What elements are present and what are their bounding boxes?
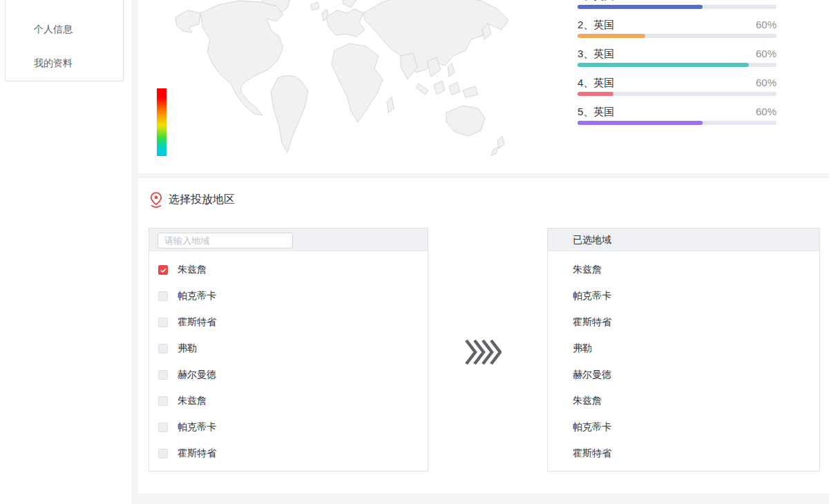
selected-region-panel: 已选地域 朱兹詹 帕克蒂卡 霍斯特省 弗勒 赫尔曼德 朱兹詹 帕克蒂卡 霍斯特省 xyxy=(547,228,820,472)
location-pin-icon xyxy=(150,191,162,209)
region-option-label: 霍斯特省 xyxy=(178,316,216,329)
selected-region-row: 霍斯特省 xyxy=(548,440,819,467)
region-option-label: 霍斯特省 xyxy=(178,447,216,460)
selected-region-label: 朱兹詹 xyxy=(573,395,602,407)
ranking-percent: 60% xyxy=(756,106,776,118)
region-option-label: 帕克蒂卡 xyxy=(178,421,216,434)
selected-region-row: 朱兹詹 xyxy=(548,388,819,414)
region-checkbox[interactable] xyxy=(158,423,168,432)
ranking-percent: 60% xyxy=(756,0,776,2)
region-checkbox[interactable] xyxy=(158,449,168,458)
ranking-bar-fill xyxy=(578,34,645,38)
region-option-row[interactable]: 霍斯特省 xyxy=(149,309,428,336)
ranking-label: 3、英国 xyxy=(578,48,614,60)
sidebar-item-label: 我的资料 xyxy=(34,57,73,68)
ranking-bar-track xyxy=(578,92,776,96)
ranking-label: 4、英国 xyxy=(578,77,614,89)
ranking-bar-track xyxy=(578,5,776,9)
region-checkbox[interactable] xyxy=(158,370,168,380)
ranking-percent: 60% xyxy=(756,48,776,60)
region-option-row[interactable]: 朱兹詹 xyxy=(149,388,428,414)
region-option-row[interactable]: 霍斯特省 xyxy=(149,440,428,467)
map-heat-legend xyxy=(157,88,166,156)
source-region-panel: 朱兹詹 帕克蒂卡 霍斯特省 弗勒 赫尔曼德 xyxy=(149,228,428,472)
selected-region-row: 朱兹詹 xyxy=(548,257,819,283)
ranking-bar-fill xyxy=(578,5,703,9)
region-search-input[interactable] xyxy=(158,233,293,249)
ranking-bar-fill xyxy=(578,121,703,125)
sidebar-item-label: 个人信息 xyxy=(34,23,73,35)
selected-region-list: 朱兹詹 帕克蒂卡 霍斯特省 弗勒 赫尔曼德 朱兹詹 帕克蒂卡 霍斯特省 xyxy=(548,251,819,467)
sidebar-item-my-profile[interactable]: 我的资料 xyxy=(6,55,123,70)
selected-region-row: 弗勒 xyxy=(548,336,819,362)
ranking-label: 2、英国 xyxy=(578,19,614,31)
ranking-row: 2、英国 60% xyxy=(578,19,776,48)
selected-region-label: 帕克蒂卡 xyxy=(573,290,611,302)
selected-region-row: 霍斯特省 xyxy=(548,309,819,336)
sidebar-item-personal-info[interactable]: 个人信息 xyxy=(6,21,123,37)
transfer-right-arrows-icon xyxy=(464,339,502,365)
selected-region-label: 霍斯特省 xyxy=(573,447,611,460)
region-option-row[interactable]: 帕克蒂卡 xyxy=(149,283,428,309)
ranking-bar-track xyxy=(578,34,776,38)
region-checkbox[interactable] xyxy=(158,265,168,275)
selected-region-label: 霍斯特省 xyxy=(573,316,611,329)
region-option-label: 帕克蒂卡 xyxy=(178,290,216,302)
selected-region-label: 赫尔曼德 xyxy=(573,369,611,381)
region-checkbox[interactable] xyxy=(158,291,168,301)
region-option-label: 弗勒 xyxy=(178,342,197,355)
source-panel-header xyxy=(149,229,428,251)
ranking-row: 4、英国 60% xyxy=(578,77,776,106)
selected-region-row: 帕克蒂卡 xyxy=(548,414,819,440)
selected-region-row: 赫尔曼德 xyxy=(548,362,819,388)
ranking-bar-track xyxy=(578,63,776,67)
source-region-list: 朱兹詹 帕克蒂卡 霍斯特省 弗勒 赫尔曼德 xyxy=(149,251,428,467)
ranking-percent: 60% xyxy=(756,77,776,89)
region-checkbox[interactable] xyxy=(158,318,168,327)
selected-region-label: 朱兹詹 xyxy=(573,264,602,276)
section-title-row: 选择投放地区 xyxy=(150,191,235,209)
ranking-list: 1、英国 60% 2、英国 60% 3、英国 60% 4、英国 60% 5、英国… xyxy=(578,0,776,135)
selected-panel-header: 已选地域 xyxy=(548,229,819,251)
ranking-row: 3、英国 60% xyxy=(578,48,776,77)
sidebar: 个人信息 我的资料 xyxy=(5,0,124,81)
ranking-percent: 60% xyxy=(756,19,776,31)
region-checkbox[interactable] xyxy=(158,344,168,353)
ranking-bar-fill xyxy=(578,63,749,67)
ranking-label: 5、英国 xyxy=(578,106,614,118)
check-icon xyxy=(160,266,167,274)
region-option-row[interactable]: 赫尔曼德 xyxy=(149,362,428,388)
ranking-row: 1、英国 60% xyxy=(578,0,776,19)
region-option-row[interactable]: 帕克蒂卡 xyxy=(149,414,428,440)
region-option-label: 朱兹詹 xyxy=(178,395,207,407)
selected-region-row: 帕克蒂卡 xyxy=(548,283,819,309)
region-picker-card: 选择投放地区 朱兹詹 帕克蒂卡 霍斯特省 xyxy=(138,178,829,494)
region-option-label: 赫尔曼德 xyxy=(178,369,216,381)
section-title: 选择投放地区 xyxy=(169,193,235,207)
selected-region-label: 帕克蒂卡 xyxy=(573,421,611,434)
world-map xyxy=(173,0,511,168)
region-checkbox[interactable] xyxy=(158,396,168,406)
region-option-label: 朱兹詹 xyxy=(178,264,207,276)
ranking-bar-track xyxy=(578,121,776,125)
region-option-row[interactable]: 朱兹詹 xyxy=(149,257,428,283)
region-option-row[interactable]: 弗勒 xyxy=(149,336,428,362)
ranking-row: 5、英国 60% xyxy=(578,106,776,135)
selected-region-label: 弗勒 xyxy=(573,342,592,355)
ranking-label: 1、英国 xyxy=(578,0,614,2)
ranking-bar-fill xyxy=(578,92,613,96)
map-statistics-card: 1、英国 60% 2、英国 60% 3、英国 60% 4、英国 60% 5、英国… xyxy=(138,0,829,173)
